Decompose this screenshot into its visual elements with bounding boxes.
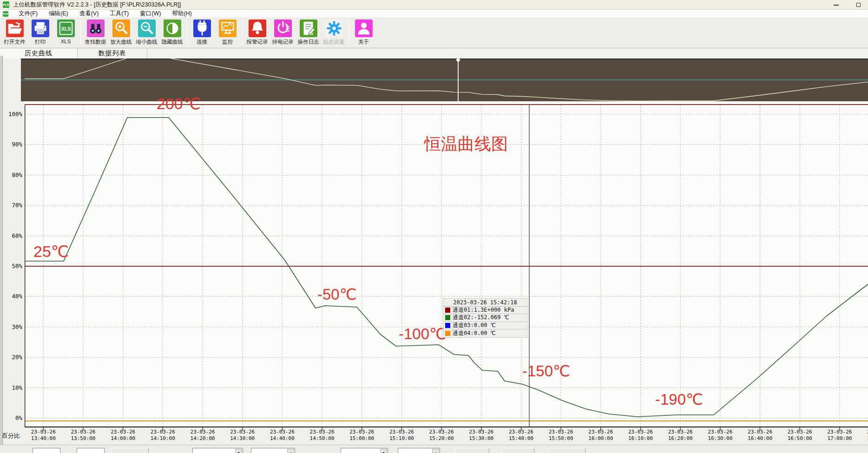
svg-text:XLS: XLS <box>61 26 71 32</box>
chart-annotation: -190℃ <box>655 392 703 407</box>
x-axis-tick-label: 23-03-2615:20:00 <box>425 429 458 441</box>
bottom-combo-8[interactable]: ▼ <box>341 448 388 453</box>
menu-item-1[interactable]: 文件(F) <box>13 10 43 18</box>
menu-item-3[interactable]: 查看(V) <box>74 10 105 18</box>
bottom-spin-6[interactable]: ▲ <box>251 448 295 453</box>
tooltip-channel-row: 通道02:-152.069 ℃ <box>443 314 527 322</box>
toolbar-separator <box>80 20 81 46</box>
bottom-label-7 <box>303 448 329 453</box>
x-axis-tick-label: 23-03-2614:00:00 <box>107 429 139 441</box>
toolbar-button-打开文件[interactable]: 打开文件 <box>2 20 27 46</box>
toolbar-button-打印[interactable]: 打印 <box>27 20 53 46</box>
restore-icon <box>856 3 861 7</box>
chart-annotation: -100℃ <box>399 326 447 341</box>
y-axis-tick-label: 70% <box>3 202 22 209</box>
x-axis-tick-label: 23-03-2617:00:00 <box>823 429 856 441</box>
x-axis-tick-label: 23-03-2615:50:00 <box>545 429 577 441</box>
toolbar-button-label: 查找数据 <box>85 39 106 46</box>
open-folder-icon <box>6 20 24 37</box>
overview-band[interactable] <box>21 59 868 101</box>
toolbar-button-放大曲线[interactable]: 放大曲线 <box>108 20 134 46</box>
toolbar-button-掉电记录[interactable]: 掉电记录 <box>270 20 296 46</box>
y-axis-unit-label: 百分比 <box>2 432 20 440</box>
channel-value-label: 通道04:0.00 ℃ <box>453 329 496 337</box>
y-axis-tick-label: 30% <box>3 323 22 330</box>
menu-item-5[interactable]: 窗口(W) <box>134 10 166 18</box>
bottom-spin-9[interactable]: ▲ <box>398 448 440 453</box>
toolbar-button-监控[interactable]: 监控 <box>215 20 240 46</box>
tab-data-list[interactable]: 数据列表 <box>78 48 147 59</box>
x-axis-tick-label: 23-03-2614:50:00 <box>306 429 338 441</box>
bottom-button-10[interactable] <box>455 448 489 453</box>
x-axis-tick-label: 23-03-2616:40:00 <box>744 429 776 441</box>
x-axis-tick-label: 23-03-2616:30:00 <box>704 429 736 441</box>
dropdown-arrow-icon: ▼ <box>235 449 242 453</box>
left-frame-edge <box>0 56 3 445</box>
bottom-button-11[interactable] <box>502 448 534 453</box>
toolbar-button-缩小曲线[interactable]: 缩小曲线 <box>134 20 159 46</box>
contrast-icon <box>164 20 181 37</box>
bottom-combo-5[interactable]: ▼ <box>192 448 243 453</box>
toolbar-button-label: 报警记录 <box>247 39 268 46</box>
tab-history-curve[interactable]: 历史曲线 <box>0 48 78 59</box>
person-icon <box>355 20 373 37</box>
toolbar-button-隐藏曲线[interactable]: 隐藏曲线 <box>159 20 185 46</box>
channel-color-swatch <box>445 308 450 313</box>
toolbar-button-查找数据[interactable]: 查找数据 <box>83 20 108 46</box>
y-axis-tick-label: 60% <box>3 232 22 239</box>
chart-annotation: 恒温曲线图 <box>424 136 508 152</box>
minimize-button[interactable] <box>831 1 841 9</box>
toolbar-button-label: 操作日志 <box>298 39 319 46</box>
channel-value-label: 通道03:0.00 ℃ <box>453 322 496 329</box>
toolbar-button-报警记录[interactable]: 报警记录 <box>244 20 270 46</box>
zoom-out-icon <box>138 20 156 37</box>
bottom-control-bar: ▼▲▼▲ <box>0 445 868 453</box>
y-axis-tick-label: 90% <box>3 141 22 148</box>
tooltip-channel-row: 通道01:1.3E+000 kPa <box>443 307 527 314</box>
toolbar-button-label: 连接 <box>197 39 207 46</box>
chart-annotation: 200℃ <box>157 96 201 112</box>
x-axis-tick-label: 23-03-2614:30:00 <box>226 429 259 441</box>
x-axis-tick-label: 23-03-2613:40:00 <box>27 429 59 441</box>
channel-color-swatch <box>445 323 450 328</box>
toolbar-button-连接[interactable]: 连接 <box>189 20 215 46</box>
x-axis-tick-label: 23-03-2614:40:00 <box>266 429 298 441</box>
dropdown-arrow-icon: ▼ <box>380 449 387 453</box>
menu-item-2[interactable]: 编辑(E) <box>43 10 74 18</box>
binoculars-icon <box>87 20 105 37</box>
menu-item-4[interactable]: 工具(T) <box>104 10 134 18</box>
toolbar-button-关于[interactable]: 关于 <box>351 20 376 46</box>
toolbar-separator <box>349 20 349 46</box>
toolbar-button-操作日志[interactable]: 操作日志 <box>296 20 321 46</box>
bottom-button-12[interactable] <box>548 448 585 453</box>
chart-annotation: 25℃ <box>33 243 69 259</box>
toolbar-button-label: 关于 <box>358 39 369 46</box>
channel-value-label: 通道02:-152.069 ℃ <box>453 314 509 322</box>
bottom-input-2[interactable] <box>77 448 105 453</box>
tooltip-channel-row: 通道03:0.00 ℃ <box>443 322 527 329</box>
channel-color-swatch <box>445 315 450 320</box>
x-axis-tick-label: 23-03-2616:50:00 <box>783 429 816 441</box>
toolbar-button-组态设置[interactable]: 组态设置 <box>321 20 347 46</box>
toolbar-button-label: XLS <box>61 39 71 44</box>
menubar: PLR 文件(F)编辑(E)查看(V)工具(T)窗口(W)帮助(H) <box>0 10 868 18</box>
document-logo-icon: PLR <box>3 11 8 17</box>
toolbar-button-label: 打印 <box>35 39 46 46</box>
spinner-arrow-icon: ▲ <box>432 449 439 453</box>
x-axis-tick-label: 23-03-2615:40:00 <box>505 429 537 441</box>
overview-chart[interactable] <box>21 59 868 101</box>
bottom-input-1[interactable] <box>33 448 60 453</box>
x-axis-tick-label: 23-03-2615:00:00 <box>346 429 378 441</box>
bottom-button-3[interactable] <box>112 448 149 453</box>
x-axis-tick-label: 23-03-2615:10:00 <box>385 429 418 441</box>
plug-icon <box>193 20 211 37</box>
x-axis-tick-label: 23-03-2614:10:00 <box>146 429 179 441</box>
channel-value-label: 通道01:1.3E+000 kPa <box>453 306 514 314</box>
toolbar-separator <box>242 20 243 46</box>
toolbar-button-XLS[interactable]: XLSXLS <box>53 20 79 44</box>
x-axis-tick-label: 23-03-2615:30:00 <box>465 429 498 441</box>
app-window: PLR 上位机数据管理软件 V2.2.2.3 - [历史数据 [F:\PLR\2… <box>0 0 868 453</box>
log-icon <box>300 20 317 37</box>
menu-item-6[interactable]: 帮助(H) <box>166 10 197 18</box>
restore-button[interactable] <box>853 1 863 9</box>
